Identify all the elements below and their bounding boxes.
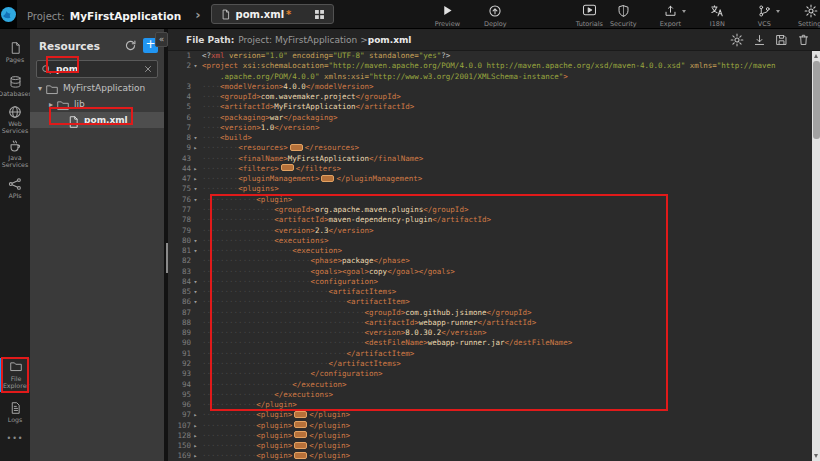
fold-toggle-icon[interactable]: ▾ [191, 246, 200, 256]
folded-code-chip[interactable] [290, 144, 303, 151]
fold-toggle-icon[interactable]: ▸ [191, 441, 200, 451]
scrollbar-thumb[interactable] [813, 61, 820, 139]
security-button[interactable]: Security [606, 1, 640, 28]
fold-spacer [191, 226, 200, 236]
caret-right-icon[interactable]: ▸ [46, 100, 56, 109]
resources-search-box [36, 60, 158, 78]
sidebar-more-button[interactable]: ••• [0, 434, 30, 448]
code-line: 77················<groupId>org.apache.ma… [168, 205, 820, 215]
collapse-panel-button[interactable]: « [155, 32, 168, 47]
tab-pom-xml[interactable]: pom.xml * [211, 4, 335, 24]
fold-toggle-icon[interactable]: ▸ [191, 143, 200, 153]
sidebar-item-pages[interactable]: Pages [0, 37, 30, 67]
main-body: PagesDatabasesWeb ServicesJava ServicesA… [0, 29, 820, 461]
tree-item-myfirstapplication[interactable]: ▾MyFirstApplication [30, 80, 164, 96]
save-button[interactable] [775, 33, 788, 47]
folded-code-chip[interactable] [321, 175, 334, 182]
panel-resize-handle[interactable] [166, 243, 168, 273]
fold-toggle-icon[interactable]: ▸ [191, 431, 200, 441]
folded-code-chip[interactable] [281, 164, 294, 171]
sidebar-item-web-services[interactable]: Web Services [0, 105, 30, 135]
fold-toggle-icon[interactable]: ▾ [191, 277, 200, 287]
export-button[interactable]: Export [653, 1, 687, 28]
resources-header: Resources + [30, 29, 164, 55]
caret-down-icon[interactable]: ▾ [35, 84, 45, 93]
sidebar-item-label: Logs [8, 417, 23, 424]
code-line: 128▸············<plugin></plugin> [168, 431, 820, 441]
fold-toggle-icon[interactable]: ▸ [191, 410, 200, 420]
deploy-button[interactable]: Deploy [478, 1, 512, 28]
grid-icon[interactable] [314, 9, 325, 20]
refresh-icon[interactable] [124, 39, 137, 52]
code-lines: 1<?xml version="1.0" encoding="UTF-8" st… [168, 51, 820, 461]
fold-spacer [191, 256, 200, 266]
line-number: 85 [168, 287, 191, 297]
fold-spacer [191, 205, 200, 215]
sidebar-item-java-services[interactable]: Java Services [0, 139, 30, 169]
file-path-label: File Path: [186, 35, 234, 45]
line-number: 6 [168, 113, 191, 123]
fold-toggle-icon[interactable]: ▾ [191, 184, 200, 194]
line-number: 83 [168, 267, 191, 277]
settings-button[interactable] [730, 33, 744, 47]
chevron-down-icon [776, 10, 780, 13]
settings-button[interactable]: Settings [794, 1, 820, 28]
clear-search-icon[interactable] [143, 64, 153, 75]
folded-code-chip[interactable] [294, 442, 307, 449]
sidebar-item-logs[interactable]: Logs [0, 396, 30, 428]
line-number: 47 [168, 174, 191, 184]
folded-code-chip[interactable] [294, 421, 307, 428]
fold-spacer [191, 113, 200, 123]
fold-spacer [191, 215, 200, 225]
scroll-down-arrow-icon[interactable] [814, 454, 818, 458]
fold-toggle-icon[interactable]: ▾ [191, 297, 200, 307]
sidebar-item-file-explorer[interactable]: File Explorer [0, 358, 30, 392]
fold-toggle-icon[interactable]: ▾ [191, 133, 200, 143]
delete-button[interactable] [797, 33, 810, 47]
scroll-up-arrow-icon[interactable] [814, 54, 818, 58]
editor-vscrollbar[interactable] [812, 51, 820, 461]
line-number: 92 [168, 359, 191, 369]
line-number: 78 [168, 215, 191, 225]
code-editor[interactable]: 1<?xml version="1.0" encoding="UTF-8" st… [168, 51, 820, 461]
logs-icon [9, 401, 22, 415]
fold-toggle-icon[interactable]: ▸ [191, 174, 200, 184]
tree-item-lib[interactable]: ▸lib [30, 96, 164, 112]
settings-label: Settings [798, 20, 820, 28]
tree-item-pom-xml[interactable]: pom.xml [30, 112, 164, 128]
fold-toggle-icon[interactable]: ▾ [191, 287, 200, 297]
fold-toggle-icon[interactable]: ▸ [191, 164, 200, 174]
code-line: 97▸············<plugin></plugin> [168, 410, 820, 420]
line-number: 97 [168, 410, 191, 420]
vcs-button[interactable]: VCS [747, 1, 781, 28]
settings-icon [804, 4, 818, 18]
line-number: 94 [168, 380, 191, 390]
sidebar-item-databases[interactable]: Databases [0, 71, 30, 101]
project-breadcrumb: Project: MyFirstApplication [27, 5, 181, 24]
fold-toggle-icon[interactable]: ▾ [191, 61, 200, 71]
folded-code-chip[interactable] [294, 431, 307, 438]
sidebar-item-label: Databases [0, 91, 32, 98]
preview-button[interactable]: Preview [430, 1, 464, 28]
topbar-right-actions: SecurityExportI18NVCSSettings [606, 1, 820, 28]
code-line: 84▾························<configuratio… [168, 277, 820, 287]
search-input[interactable] [52, 64, 143, 74]
wavemaker-logo-icon[interactable] [0, 0, 17, 28]
fold-toggle-icon[interactable]: ▸ [191, 451, 200, 461]
line-number: 79 [168, 226, 191, 236]
fold-spacer [191, 400, 200, 410]
code-line: 3····<modelVersion>4.0.0</modelVersion> [168, 82, 820, 92]
code-line: 47▸········<pluginManagement></pluginMan… [168, 174, 820, 184]
tutorials-button[interactable]: Tutorials [572, 1, 606, 28]
fold-toggle-icon[interactable]: ▸ [191, 421, 200, 431]
sidebar-item-apis[interactable]: APIs [0, 173, 30, 203]
download-button[interactable] [753, 33, 766, 47]
line-number: 128 [168, 431, 191, 441]
deploy-icon [488, 4, 502, 18]
folded-code-chip[interactable] [294, 452, 307, 459]
folded-code-chip[interactable] [294, 411, 307, 418]
i18n-button[interactable]: I18N [700, 1, 734, 28]
code-line: 107▸············<plugin></plugin> [168, 421, 820, 431]
fold-toggle-icon[interactable]: ▾ [191, 236, 200, 246]
fold-toggle-icon[interactable]: ▾ [191, 195, 200, 205]
